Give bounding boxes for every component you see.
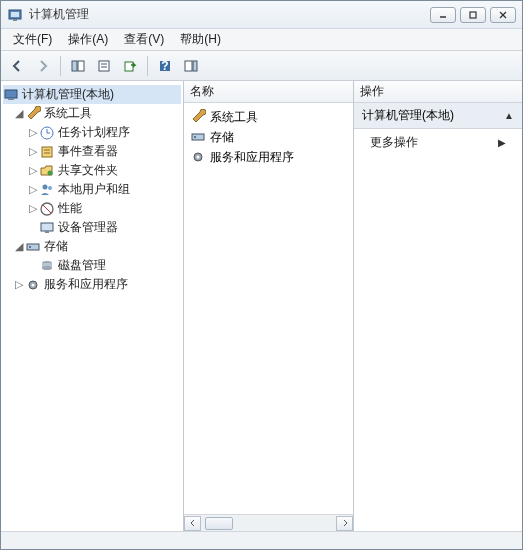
svg-rect-2 bbox=[13, 19, 17, 21]
svg-rect-15 bbox=[185, 61, 192, 71]
expand-icon[interactable]: ▷ bbox=[27, 164, 39, 177]
list-item-storage[interactable]: 存储 bbox=[186, 127, 351, 147]
wrench-icon bbox=[25, 106, 41, 122]
svg-rect-39 bbox=[192, 134, 204, 140]
svg-line-29 bbox=[43, 205, 51, 213]
tree-label: 事件查看器 bbox=[58, 143, 118, 160]
storage-icon bbox=[190, 129, 206, 145]
actions-pane-button[interactable] bbox=[179, 54, 203, 78]
svg-point-27 bbox=[48, 186, 52, 190]
scroll-thumb[interactable] bbox=[205, 517, 233, 530]
scroll-track[interactable] bbox=[201, 516, 336, 531]
toolbar-separator bbox=[147, 56, 148, 76]
tree-storage[interactable]: ◢ 存储 bbox=[3, 237, 181, 256]
maximize-button[interactable] bbox=[460, 7, 486, 23]
disk-icon bbox=[39, 258, 55, 274]
actions-pane: 操作 计算机管理(本地) ▲ 更多操作 ▶ bbox=[354, 81, 522, 531]
scroll-left-button[interactable] bbox=[184, 516, 201, 531]
svg-rect-30 bbox=[41, 223, 53, 231]
device-icon bbox=[39, 220, 55, 236]
toolbar-separator bbox=[60, 56, 61, 76]
menu-help[interactable]: 帮助(H) bbox=[172, 29, 229, 50]
svg-rect-32 bbox=[27, 244, 39, 250]
tree-label: 本地用户和组 bbox=[58, 181, 130, 198]
action-label: 更多操作 bbox=[370, 134, 418, 151]
actions-context-header: 计算机管理(本地) ▲ bbox=[354, 103, 522, 129]
minimize-button[interactable] bbox=[430, 7, 456, 23]
list-item-label: 服务和应用程序 bbox=[210, 149, 294, 166]
svg-rect-18 bbox=[8, 98, 14, 100]
tree-label: 系统工具 bbox=[44, 105, 92, 122]
folder-share-icon bbox=[39, 163, 55, 179]
gear-icon bbox=[190, 149, 206, 165]
collapse-icon[interactable]: ◢ bbox=[13, 107, 25, 120]
svg-point-36 bbox=[42, 266, 52, 270]
svg-rect-16 bbox=[193, 61, 197, 71]
scroll-right-button[interactable] bbox=[336, 516, 353, 531]
expand-icon[interactable]: ▷ bbox=[27, 145, 39, 158]
close-button[interactable] bbox=[490, 7, 516, 23]
expand-icon[interactable]: ▷ bbox=[27, 126, 39, 139]
svg-rect-4 bbox=[470, 12, 476, 18]
svg-text:?: ? bbox=[161, 59, 168, 73]
tree-system-tools[interactable]: ◢ 系统工具 bbox=[3, 104, 181, 123]
svg-rect-7 bbox=[72, 61, 77, 71]
tree-shared-folders[interactable]: ▷ 共享文件夹 bbox=[3, 161, 181, 180]
clock-icon bbox=[39, 125, 55, 141]
forward-button[interactable] bbox=[31, 54, 55, 78]
back-button[interactable] bbox=[5, 54, 29, 78]
svg-rect-12 bbox=[125, 62, 133, 71]
window-title: 计算机管理 bbox=[29, 6, 430, 23]
tree-label: 任务计划程序 bbox=[58, 124, 130, 141]
tree-root[interactable]: 计算机管理(本地) bbox=[3, 85, 181, 104]
show-hide-tree-button[interactable] bbox=[66, 54, 90, 78]
horizontal-scrollbar[interactable] bbox=[184, 514, 353, 531]
toolbar: ? bbox=[1, 51, 522, 81]
main-area: 计算机管理(本地) ◢ 系统工具 ▷ 任务计划程序 ▷ 事件查看器 ▷ 共享文件… bbox=[1, 81, 522, 531]
tree-device-manager[interactable]: 设备管理器 bbox=[3, 218, 181, 237]
tree-label: 共享文件夹 bbox=[58, 162, 118, 179]
users-icon bbox=[39, 182, 55, 198]
performance-icon bbox=[39, 201, 55, 217]
list-item-system-tools[interactable]: 系统工具 bbox=[186, 107, 351, 127]
storage-icon bbox=[25, 239, 41, 255]
expand-icon[interactable]: ▷ bbox=[13, 278, 25, 291]
svg-rect-1 bbox=[11, 12, 19, 17]
navigation-tree: 计算机管理(本地) ◢ 系统工具 ▷ 任务计划程序 ▷ 事件查看器 ▷ 共享文件… bbox=[1, 81, 183, 298]
list-item-label: 系统工具 bbox=[210, 109, 258, 126]
event-icon bbox=[39, 144, 55, 160]
tree-event-viewer[interactable]: ▷ 事件查看器 bbox=[3, 142, 181, 161]
svg-rect-9 bbox=[99, 61, 109, 71]
svg-rect-31 bbox=[45, 231, 49, 233]
tree-task-scheduler[interactable]: ▷ 任务计划程序 bbox=[3, 123, 181, 142]
collapse-icon[interactable]: ◢ bbox=[13, 240, 25, 253]
tree-local-users[interactable]: ▷ 本地用户和组 bbox=[3, 180, 181, 199]
svg-rect-17 bbox=[5, 90, 17, 98]
svg-point-40 bbox=[194, 136, 196, 138]
tree-label: 服务和应用程序 bbox=[44, 276, 128, 293]
tree-label: 设备管理器 bbox=[58, 219, 118, 236]
column-header-name[interactable]: 名称 bbox=[184, 81, 353, 103]
actions-header: 操作 bbox=[354, 81, 522, 103]
help-button[interactable]: ? bbox=[153, 54, 177, 78]
wrench-icon bbox=[190, 109, 206, 125]
expand-icon[interactable]: ▷ bbox=[27, 183, 39, 196]
menu-view[interactable]: 查看(V) bbox=[116, 29, 172, 50]
properties-button[interactable] bbox=[92, 54, 116, 78]
tree-disk-management[interactable]: 磁盘管理 bbox=[3, 256, 181, 275]
list-pane: 名称 系统工具 存储 服务和应用程序 bbox=[184, 81, 354, 531]
svg-point-38 bbox=[32, 283, 35, 286]
collapse-icon[interactable]: ▲ bbox=[504, 110, 514, 121]
svg-point-42 bbox=[197, 156, 200, 159]
menu-action[interactable]: 操作(A) bbox=[60, 29, 116, 50]
svg-rect-8 bbox=[78, 61, 84, 71]
svg-point-33 bbox=[29, 246, 31, 248]
action-more[interactable]: 更多操作 ▶ bbox=[354, 129, 522, 156]
export-button[interactable] bbox=[118, 54, 142, 78]
tree-performance[interactable]: ▷ 性能 bbox=[3, 199, 181, 218]
expand-icon[interactable]: ▷ bbox=[27, 202, 39, 215]
list-item-services-apps[interactable]: 服务和应用程序 bbox=[186, 147, 351, 167]
tree-services-apps[interactable]: ▷ 服务和应用程序 bbox=[3, 275, 181, 294]
tree-label: 存储 bbox=[44, 238, 68, 255]
menu-file[interactable]: 文件(F) bbox=[5, 29, 60, 50]
